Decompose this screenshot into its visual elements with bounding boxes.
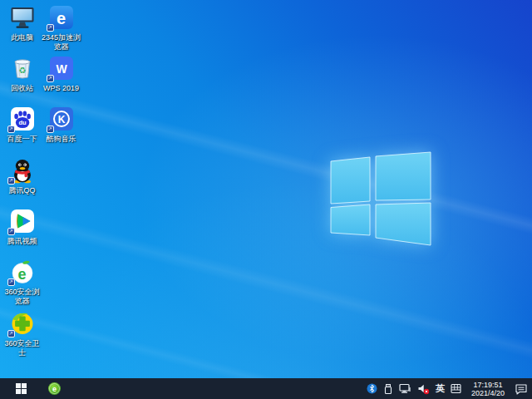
- shortcut-arrow-icon: ↗: [47, 75, 54, 82]
- icon-label: 回收站: [0, 84, 44, 93]
- baidu-icon: du ↗: [9, 106, 36, 132]
- taskbar: e: [0, 378, 532, 399]
- shortcut-arrow-icon: ↗: [7, 126, 15, 133]
- volume-muted-icon[interactable]: [417, 378, 430, 399]
- svg-text:e: e: [52, 385, 56, 393]
- svg-text:e: e: [17, 266, 26, 283]
- shortcut-arrow-icon: ↗: [7, 330, 15, 337]
- icon-label: 360安全卫士: [0, 339, 44, 357]
- icon-label: 腾讯视频: [0, 237, 44, 246]
- tencent-video-icon: ↗: [9, 208, 36, 234]
- icon-label: 酷狗音乐: [39, 135, 83, 144]
- icon-label: 360安全浏览器: [0, 288, 44, 306]
- icon-label: 此电脑: [0, 33, 44, 42]
- clock-time: 17:19:51: [467, 381, 509, 389]
- taskbar-360-browser-button[interactable]: e: [44, 378, 64, 399]
- icon-label: 百度一下: [0, 135, 44, 144]
- 360-browser-icon: e ↗: [9, 259, 36, 285]
- windows-logo: [324, 145, 436, 249]
- light-beam: [0, 182, 532, 399]
- desktop-icon-recycle-bin[interactable]: ♻ 回收站: [0, 55, 44, 93]
- recycle-bin-icon: ♻: [9, 55, 36, 81]
- desktop-icon-baidu[interactable]: du ↗ 百度一下: [0, 106, 44, 144]
- 2345-browser-icon: e ↗: [48, 4, 75, 31]
- kugou-music-icon: K ↗: [48, 106, 75, 132]
- wps-icon: W ↗: [48, 55, 75, 81]
- svg-text:♻: ♻: [18, 66, 26, 75]
- action-center-icon[interactable]: [515, 378, 528, 399]
- desktop-icon-2345-browser[interactable]: e ↗ 2345加速浏览器: [39, 4, 83, 52]
- desktop-icon-wps[interactable]: W ↗ WPS 2019: [39, 55, 83, 93]
- network-icon[interactable]: [399, 378, 411, 399]
- svg-text:K: K: [57, 114, 65, 126]
- shortcut-arrow-icon: ↗: [7, 228, 15, 235]
- desktop-icon-tencent-qq[interactable]: ↗ 腾讯QQ: [0, 157, 44, 195]
- start-button[interactable]: [11, 378, 31, 399]
- windows-desktop: 此电脑 ♻ 回收站 du: [0, 0, 532, 399]
- icon-label: 2345加速浏览器: [39, 33, 83, 52]
- icon-label: WPS 2019: [39, 84, 83, 93]
- desktop-icon-kugou[interactable]: K ↗ 酷狗音乐: [39, 106, 83, 144]
- icon-label: 腾讯QQ: [0, 186, 44, 195]
- clock-date: 2021/4/20: [467, 389, 509, 397]
- desktop-icon-tencent-video[interactable]: ↗ 腾讯视频: [0, 208, 44, 246]
- windows-start-icon: [16, 383, 27, 394]
- ime-language-indicator[interactable]: 英: [436, 378, 445, 399]
- desktop-icon-360-safeguard[interactable]: ↗ 360安全卫士: [0, 310, 44, 357]
- 360-browser-taskbar-icon: e: [47, 382, 62, 396]
- bluetooth-icon[interactable]: [367, 378, 377, 399]
- svg-text:e: e: [56, 9, 65, 27]
- desktop-icon-this-pc[interactable]: 此电脑: [0, 4, 44, 42]
- 360-safeguard-icon: ↗: [9, 310, 36, 337]
- taskbar-clock[interactable]: 17:19:51 2021/4/20: [467, 381, 509, 397]
- ime-keyboard-icon[interactable]: [451, 378, 461, 399]
- shortcut-arrow-icon: ↗: [7, 177, 15, 185]
- this-pc-icon: [9, 4, 36, 31]
- shortcut-arrow-icon: ↗: [47, 24, 54, 32]
- qq-penguin-icon: ↗: [9, 157, 36, 184]
- baidu-du-text: du: [18, 119, 27, 126]
- desktop-icon-360-browser[interactable]: e ↗ 360安全浏览器: [0, 259, 44, 306]
- shortcut-arrow-icon: ↗: [47, 126, 54, 133]
- shortcut-arrow-icon: ↗: [7, 278, 15, 286]
- usb-device-icon[interactable]: [383, 378, 393, 399]
- svg-text:W: W: [56, 62, 67, 76]
